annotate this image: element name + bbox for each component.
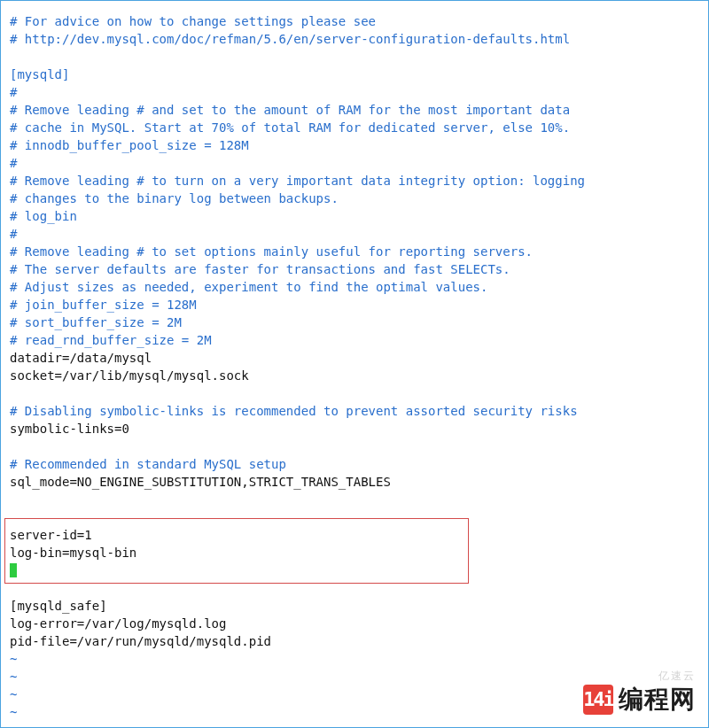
code-line: server-id=1	[10, 526, 699, 544]
watermark-logo-icon: 14i	[583, 685, 613, 715]
watermark: 14i 编程网	[583, 685, 696, 715]
code-line: # join_buffer_size = 128M	[10, 296, 699, 314]
comment-text: # Disabling symbolic-links is recommende…	[10, 404, 578, 418]
comment-text: # Adjust sizes as needed, experiment to …	[10, 280, 487, 294]
comment-text: #	[10, 227, 17, 241]
config-text: datadir=/data/mysql	[10, 351, 152, 365]
code-line	[10, 561, 699, 579]
code-line: socket=/var/lib/mysql/mysql.sock	[10, 367, 699, 384]
comment-text: # cache in MySQL. Start at 70% of total …	[10, 120, 570, 135]
watermark-sub: 亿速云	[658, 667, 696, 685]
code-line: datadir=/data/mysql	[10, 349, 699, 367]
terminal-editor[interactable]: # For advice on how to change settings p…	[0, 0, 709, 728]
code-line: log-bin=mysql-bin	[10, 544, 699, 561]
code-line: # Adjust sizes as needed, experiment to …	[10, 278, 699, 296]
code-line: #	[10, 225, 699, 243]
code-line: #	[10, 154, 699, 172]
code-line: # cache in MySQL. Start at 70% of total …	[10, 119, 699, 136]
comment-text: #	[10, 156, 17, 170]
comment-text: # changes to the binary log between back…	[10, 191, 339, 205]
code-line: # log_bin	[10, 207, 699, 225]
config-text: symbolic-links=0	[10, 422, 129, 436]
code-line: # Remove leading # and set to the amount…	[10, 101, 699, 119]
code-line: pid-file=/var/run/mysqld/mysqld.pid	[10, 632, 699, 650]
comment-text: # sort_buffer_size = 2M	[10, 315, 182, 329]
code-line: # Remove leading # to turn on a very imp…	[10, 172, 699, 190]
code-line	[10, 384, 699, 402]
code-line: [mysqld]	[10, 66, 699, 83]
code-line: # For advice on how to change settings p…	[10, 12, 699, 30]
config-text: pid-file=/var/run/mysqld/mysqld.pid	[10, 634, 271, 648]
code-line: # Disabling symbolic-links is recommende…	[10, 402, 699, 420]
comment-text: # Remove leading # to turn on a very imp…	[10, 174, 585, 188]
code-line: # changes to the binary log between back…	[10, 190, 699, 207]
comment-text: # log_bin	[10, 209, 77, 223]
cursor	[10, 563, 17, 577]
comment-text: # Remove leading # to set options mainly…	[10, 244, 533, 259]
code-line: [mysqld_safe]	[10, 597, 699, 615]
comment-text: # The server defaults are faster for tra…	[10, 262, 510, 276]
comment-text: #	[10, 85, 17, 99]
config-text: socket=/var/lib/mysql/mysql.sock	[10, 368, 249, 383]
code-line	[10, 48, 699, 66]
tilde-marker: ~	[10, 705, 17, 719]
code-line: # sort_buffer_size = 2M	[10, 314, 699, 331]
tilde-marker: ~	[10, 687, 17, 701]
file-contents: # For advice on how to change settings p…	[10, 12, 699, 721]
tilde-marker: ~	[10, 670, 17, 684]
code-line: # The server defaults are faster for tra…	[10, 260, 699, 278]
code-line	[10, 491, 699, 508]
code-line: ~	[10, 668, 699, 685]
comment-text: # read_rnd_buffer_size = 2M	[10, 333, 212, 347]
code-line	[10, 579, 699, 597]
comment-text: # For advice on how to change settings p…	[10, 14, 376, 28]
code-line	[10, 438, 699, 455]
tilde-marker: ~	[10, 652, 17, 666]
code-line: # read_rnd_buffer_size = 2M	[10, 331, 699, 349]
config-text: log-bin=mysql-bin	[10, 546, 136, 560]
code-line: #	[10, 83, 699, 101]
code-line: ~	[10, 650, 699, 668]
code-line: # Recommended in standard MySQL setup	[10, 455, 699, 473]
config-text: sql_mode=NO_ENGINE_SUBSTITUTION,STRICT_T…	[10, 475, 391, 489]
code-line: symbolic-links=0	[10, 420, 699, 438]
comment-text: # Recommended in standard MySQL setup	[10, 457, 286, 471]
config-text: server-id=1	[10, 528, 92, 542]
config-text: [mysqld_safe]	[10, 599, 107, 613]
watermark-brand: 编程网	[619, 691, 696, 709]
comment-text: # innodb_buffer_pool_size = 128M	[10, 138, 249, 152]
code-line: # http://dev.mysql.com/doc/refman/5.6/en…	[10, 30, 699, 48]
code-line	[10, 508, 699, 526]
annotation-arrow	[10, 721, 709, 728]
code-line: log-error=/var/log/mysqld.log	[10, 615, 699, 632]
config-text: log-error=/var/log/mysqld.log	[10, 616, 226, 631]
code-line: # Remove leading # to set options mainly…	[10, 243, 699, 260]
code-line: sql_mode=NO_ENGINE_SUBSTITUTION,STRICT_T…	[10, 473, 699, 491]
code-line: # innodb_buffer_pool_size = 128M	[10, 136, 699, 154]
comment-text: # join_buffer_size = 128M	[10, 298, 197, 312]
comment-text: # Remove leading # and set to the amount…	[10, 103, 570, 117]
comment-text: # http://dev.mysql.com/doc/refman/5.6/en…	[10, 32, 570, 46]
comment-text: [mysqld]	[10, 67, 69, 81]
